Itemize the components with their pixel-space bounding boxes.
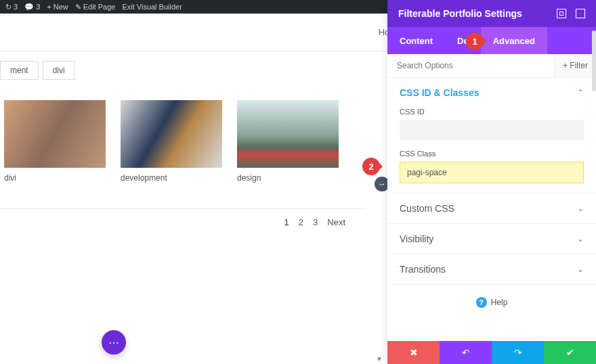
pagination: 1 2 3 Next [0, 217, 345, 227]
search-input[interactable] [387, 54, 554, 77]
filter-toggle[interactable]: + Filter [554, 54, 596, 77]
expand-icon[interactable] [576, 9, 585, 18]
callout-1: 1 [466, 32, 484, 50]
section-visibility[interactable]: Visibility ⌄ [387, 224, 596, 254]
focus-icon[interactable] [557, 9, 566, 18]
tab-content[interactable]: Content [387, 27, 445, 54]
section-head-css[interactable]: CSS ID & Classes ⌃ [400, 87, 584, 98]
settings-panel: Filterable Portfolio Settings Content De… [387, 0, 596, 364]
page-1[interactable]: 1 [284, 217, 289, 227]
portfolio-item[interactable]: development [121, 100, 222, 183]
portfolio-image [121, 100, 222, 168]
help-icon: ? [476, 297, 487, 308]
refresh-item[interactable]: ↻ 3 [5, 3, 18, 12]
exit-vb-item[interactable]: Exit Visual Builder [122, 3, 182, 11]
redo-button[interactable]: ↷ [492, 341, 544, 364]
fab-menu[interactable]: ⋯ [102, 330, 126, 355]
panel-tabs: Content De Advanced [387, 27, 596, 54]
portfolio-label: divi [4, 173, 106, 183]
edit-label: Edit Page [83, 3, 116, 11]
css-class-label: CSS Class [400, 150, 584, 158]
portfolio-item[interactable]: divi [4, 100, 106, 183]
page-2[interactable]: 2 [299, 217, 303, 227]
section-title: Transitions [400, 264, 446, 275]
edit-page-item[interactable]: ✎ Edit Page [75, 3, 116, 12]
chevron-up-icon: ⌃ [577, 88, 584, 97]
divider [0, 208, 366, 209]
section-css-id-classes: CSS ID & Classes ⌃ CSS ID CSS Class [387, 78, 596, 194]
portfolio-image [4, 100, 106, 168]
page-next[interactable]: Next [327, 217, 345, 227]
section-transitions[interactable]: Transitions ⌄ [387, 254, 596, 285]
section-title: Visibility [400, 233, 433, 244]
section-title: CSS ID & Classes [400, 87, 480, 98]
panel-title: Filterable Portfolio Settings [398, 8, 522, 19]
portfolio-label: development [121, 173, 222, 183]
chevron-down-icon: ⌄ [577, 265, 584, 274]
exit-label: Exit Visual Builder [122, 3, 182, 11]
save-button[interactable]: ✔ [544, 341, 596, 364]
portfolio-image [237, 100, 339, 168]
panel-actions: ✖ ↶ ↷ ✔ [387, 341, 596, 364]
filter-divi[interactable]: divi [43, 61, 75, 80]
chevron-down-icon: ⌄ [577, 234, 584, 244]
filter-ment[interactable]: ment [0, 61, 39, 80]
css-class-input[interactable] [400, 162, 584, 183]
css-id-label: CSS ID [400, 108, 584, 116]
undo-button[interactable]: ↶ [440, 341, 492, 364]
new-label: New [54, 3, 68, 11]
section-custom-css[interactable]: Custom CSS ⌄ [387, 194, 596, 224]
scrollbar[interactable] [592, 30, 596, 91]
help-label: Help [491, 298, 508, 307]
panel-header: Filterable Portfolio Settings [387, 0, 596, 27]
section-title: Custom CSS [400, 203, 454, 214]
tab-advanced[interactable]: Advanced [481, 27, 547, 54]
new-item[interactable]: + New [47, 3, 68, 11]
callout-2: 2 [362, 158, 380, 175]
page-3[interactable]: 3 [313, 217, 318, 227]
portfolio-item[interactable]: design [237, 100, 339, 183]
refresh-count: 3 [14, 3, 18, 11]
chevron-down-icon: ⌄ [577, 204, 584, 213]
close-button[interactable]: ✖ [387, 341, 440, 364]
scroll-chevron-icon: ▼ [376, 355, 383, 363]
search-row: + Filter [387, 54, 596, 78]
comments-count: 3 [36, 3, 40, 11]
help-link[interactable]: ? Help [387, 285, 596, 320]
portfolio-label: design [237, 173, 339, 183]
css-id-input[interactable] [400, 120, 584, 140]
comments-item[interactable]: 💬 3 [24, 3, 40, 12]
